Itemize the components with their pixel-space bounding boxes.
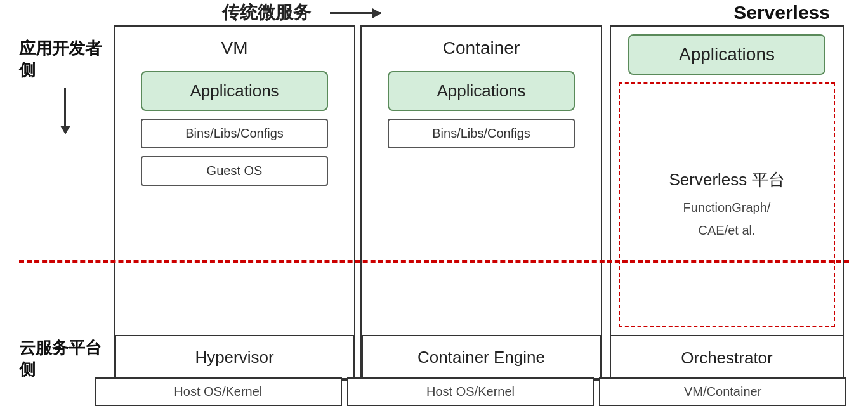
cae-text: CAE/et al. — [698, 223, 755, 237]
serverless-vm-text: VM/Container — [684, 384, 761, 399]
container-engine-box: Container Engine — [362, 335, 601, 379]
container-bins-box: Bins/Libs/Configs — [388, 119, 575, 148]
columns-container: VM Applications Bins/Libs/Configs Guest … — [111, 25, 849, 381]
vm-host-os-partial: Host OS/Kernel — [95, 377, 342, 406]
serverless-platform-title: Serverless 平台 — [669, 169, 784, 191]
serverless-platform-box: Serverless 平台 FunctionGraph/ CAE/et al. — [619, 82, 835, 327]
down-arrow-icon — [19, 88, 111, 134]
labels-column: 应用开发者侧 云服务平台侧 — [19, 25, 111, 381]
arrow-right-icon — [330, 12, 381, 14]
container-host-os-partial: Host OS/Kernel — [347, 377, 595, 406]
vm-bins-box: Bins/Libs/Configs — [141, 119, 328, 148]
container-applications-box: Applications — [388, 71, 575, 111]
vm-host-os-text: Host OS/Kernel — [174, 384, 262, 399]
vm-title: VM — [115, 27, 354, 65]
dashed-divider — [19, 260, 849, 263]
container-host-os-text: Host OS/Kernel — [426, 384, 515, 399]
app-developer-text: 应用开发者侧 — [19, 38, 111, 81]
serverless-vm-partial: VM/Container — [599, 377, 846, 406]
traditional-label: 传统微服务 — [222, 1, 381, 25]
vm-bins-text: Bins/Libs/Configs — [185, 126, 284, 140]
functiongraph-text: FunctionGraph/ — [683, 200, 771, 214]
container-column: Container Applications Bins/Libs/Configs… — [360, 25, 602, 381]
app-developer-label: 应用开发者侧 — [19, 32, 111, 134]
traditional-text: 传统微服务 — [222, 1, 311, 25]
main-container: 传统微服务 Serverless 应用开发者侧 云服务平台侧 VM — [0, 0, 868, 406]
vm-guestos-text: Guest OS — [207, 164, 263, 178]
vm-guestos-box: Guest OS — [141, 156, 328, 186]
partial-bottom-row: Host OS/Kernel Host OS/Kernel VM/Contain… — [92, 377, 849, 406]
serverless-applications-box: Applications — [628, 34, 825, 75]
vm-hypervisor-box: Hypervisor — [115, 335, 354, 379]
container-inner: Applications Bins/Libs/Configs — [362, 65, 601, 335]
cloud-platform-label: 云服务平台侧 — [19, 337, 111, 381]
serverless-column: Applications Serverless 平台 FunctionGraph… — [607, 25, 846, 381]
container-bins-text: Bins/Libs/Configs — [432, 126, 530, 140]
vm-applications-box: Applications — [141, 71, 328, 111]
serverless-outer: Applications Serverless 平台 FunctionGraph… — [610, 25, 844, 381]
vm-inner: Applications Bins/Libs/Configs Guest OS — [115, 65, 354, 335]
container-title: Container — [362, 27, 601, 65]
serverless-platform-sub: FunctionGraph/ CAE/et al. — [683, 196, 771, 242]
content-area: 应用开发者侧 云服务平台侧 VM Applications Bins/Libs/… — [19, 25, 849, 381]
orchestrator-box: Orchestrator — [611, 335, 843, 379]
vm-column: VM Applications Bins/Libs/Configs Guest … — [114, 25, 355, 381]
serverless-label: Serverless — [733, 2, 830, 23]
